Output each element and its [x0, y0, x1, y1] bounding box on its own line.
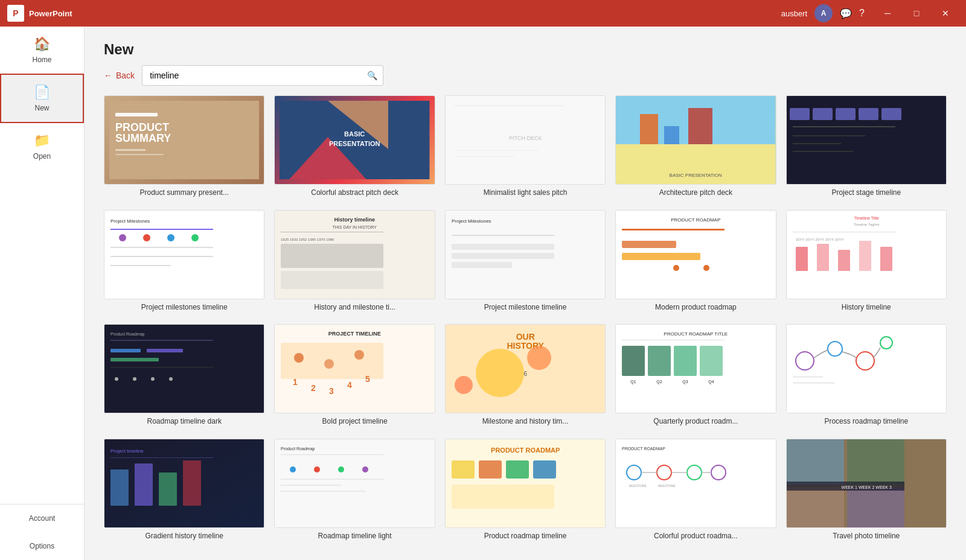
- back-arrow-icon: ←: [104, 71, 112, 80]
- search-container: 🔍: [142, 65, 383, 86]
- template-thumb-project-milestones: Project Milestones: [104, 210, 264, 299]
- template-card-travel-photo[interactable]: WEEK 1 WEEK 2 WEEK 3Travel photo timelin…: [786, 439, 947, 541]
- svg-rect-23: [790, 108, 810, 120]
- home-icon: 🏠: [34, 36, 50, 52]
- template-label-colorful-product-roadmap: Colorful product roadma...: [615, 532, 776, 541]
- template-card-gradient-history[interactable]: Project timelineGradient history timelin…: [104, 439, 264, 541]
- svg-rect-112: [787, 325, 946, 413]
- svg-rect-141: [533, 460, 556, 479]
- svg-rect-26: [859, 108, 878, 120]
- template-card-minimalist-light[interactable]: PITCH DECKMinimalist light sales pitch: [445, 95, 606, 198]
- svg-rect-45: [281, 232, 383, 232]
- minimize-button[interactable]: ─: [874, 0, 901, 27]
- template-label-project-milestones: Project milestones timeline: [104, 303, 264, 313]
- template-card-milestone-history[interactable]: OURHISTORY6Milestone and history tim...: [445, 324, 606, 427]
- template-card-project-stage[interactable]: Project stage timeline: [786, 95, 947, 198]
- svg-text:Project Milestones: Project Milestones: [452, 218, 491, 224]
- template-card-roadmap-dark[interactable]: Product RoadmapRoadmap timeline dark: [104, 324, 264, 427]
- open-icon: 📁: [34, 133, 50, 148]
- feedback-icon[interactable]: 💬: [840, 8, 852, 19]
- svg-text:5: 5: [365, 374, 370, 384]
- sidebar: 🏠 Home 📄 New 📁 Open Account Options: [0, 27, 85, 560]
- svg-rect-5: [115, 154, 164, 155]
- svg-point-38: [191, 234, 199, 241]
- close-button[interactable]: ✕: [932, 0, 959, 27]
- svg-rect-20: [688, 108, 712, 144]
- template-card-project-milestone-timeline[interactable]: Project MilestonesProject milestone time…: [445, 210, 606, 313]
- svg-text:4: 4: [347, 380, 352, 390]
- template-card-bold-project[interactable]: PROJECT TIMELINE12345Bold project timeli…: [274, 324, 435, 427]
- svg-text:OUR: OUR: [516, 332, 534, 342]
- search-input[interactable]: [142, 65, 383, 86]
- template-card-process-roadmap[interactable]: Process roadmap timeline: [786, 324, 947, 427]
- svg-text:PRODUCT: PRODUCT: [115, 121, 169, 133]
- sidebar-item-options[interactable]: Options: [0, 532, 84, 560]
- template-card-colorful-product-roadmap[interactable]: PRODUCT ROADMAPMILESTONEMILESTONEColorfu…: [615, 439, 776, 541]
- template-thumb-milestone-history: OURHISTORY6: [445, 324, 606, 413]
- svg-text:Q4: Q4: [709, 380, 714, 384]
- template-thumb-product-roadmap-timeline: PRODUCT ROADMAP: [445, 439, 606, 528]
- sidebar-item-home[interactable]: 🏠 Home: [0, 27, 84, 74]
- template-thumb-process-roadmap: [786, 324, 947, 413]
- svg-point-82: [169, 377, 173, 381]
- template-thumb-project-milestone-timeline: Project Milestones: [445, 210, 606, 299]
- template-card-architecture-pitch[interactable]: BASIC PRESENTATIONArchitecture pitch dec…: [615, 95, 776, 198]
- svg-rect-118: [793, 382, 835, 384]
- svg-rect-140: [506, 460, 529, 479]
- sidebar-item-open[interactable]: 📁 Open: [0, 123, 84, 170]
- svg-text:Product Roadmap: Product Roadmap: [110, 332, 145, 337]
- svg-rect-143: [616, 439, 775, 527]
- svg-text:PRODUCT ROADMAP TITLE: PRODUCT ROADMAP TITLE: [664, 331, 728, 337]
- svg-rect-122: [110, 469, 129, 506]
- maximize-button[interactable]: □: [903, 0, 930, 27]
- svg-rect-128: [281, 454, 383, 455]
- template-thumb-gradient-history: Project timeline: [104, 439, 264, 528]
- svg-rect-77: [110, 358, 159, 361]
- template-card-product-summary[interactable]: PRODUCTSUMMARYProduct summary present...: [104, 95, 264, 198]
- template-label-roadmap-light: Roadmap timeline light: [274, 532, 435, 541]
- sidebar-item-new[interactable]: 📄 New: [0, 74, 84, 123]
- svg-text:PROJECT TIMELINE: PROJECT TIMELINE: [328, 331, 381, 337]
- svg-text:Project Milestones: Project Milestones: [110, 218, 150, 224]
- template-card-history-milestone[interactable]: History timelineTHIS DAY IN HISTORY1925 …: [274, 210, 435, 313]
- template-card-modern-roadmap[interactable]: PRODUCT ROADMAPModern product roadmap: [615, 210, 776, 313]
- template-card-roadmap-light[interactable]: Product RoadmapRoadmap timeline light: [274, 439, 435, 541]
- svg-rect-107: [700, 346, 723, 376]
- template-label-architecture-pitch: Architecture pitch deck: [615, 188, 776, 198]
- template-label-colorful-abstract: Colorful abstract pitch deck: [274, 188, 435, 198]
- svg-text:PRODUCT ROADMAP: PRODUCT ROADMAP: [671, 217, 720, 223]
- avatar[interactable]: A: [814, 4, 833, 22]
- search-icon: 🔍: [367, 71, 377, 80]
- svg-rect-59: [622, 253, 700, 260]
- back-button[interactable]: ← Back: [104, 71, 135, 80]
- help-icon[interactable]: ?: [859, 8, 865, 19]
- search-row: ← Back 🔍: [85, 65, 966, 95]
- svg-rect-133: [281, 479, 383, 480]
- app-layout: 🏠 Home 📄 New 📁 Open Account Options New: [0, 27, 966, 560]
- template-card-colorful-abstract[interactable]: BASICPRESENTATIONColorful abstract pitch…: [274, 95, 435, 198]
- template-thumb-roadmap-dark: Product Roadmap: [104, 324, 264, 413]
- svg-rect-106: [674, 346, 697, 376]
- svg-text:20YY  20YY  20YY  20YY  20YY: 20YY 20YY 20YY 20YY 20YY: [796, 238, 844, 241]
- template-card-project-milestones[interactable]: Project MilestonesProject milestones tim…: [104, 210, 264, 313]
- title-bar: P PowerPoint ausbert A 💬 ? ─ □ ✕: [0, 0, 966, 27]
- svg-text:Timeline Title: Timeline Title: [854, 216, 878, 220]
- app-logo-icon: P: [7, 5, 24, 22]
- template-card-quarterly-roadmap[interactable]: PRODUCT ROADMAP TITLEQ1Q2Q3Q4Quarterly p…: [615, 324, 776, 427]
- sidebar-options-label: Options: [30, 542, 54, 550]
- template-thumb-minimalist-light: PITCH DECK: [445, 95, 606, 185]
- svg-text:6: 6: [523, 371, 527, 377]
- svg-rect-142: [452, 485, 554, 509]
- templates-scroll[interactable]: PRODUCTSUMMARYProduct summary present...…: [85, 95, 966, 560]
- svg-rect-41: [110, 265, 171, 266]
- window-controls: ─ □ ✕: [874, 0, 959, 27]
- svg-text:Q3: Q3: [683, 380, 688, 384]
- svg-point-99: [527, 346, 551, 370]
- template-thumb-bold-project: PROJECT TIMELINE12345: [274, 324, 435, 413]
- template-card-history-timeline[interactable]: Timeline TitleTimeline Tagline20YY 20YY …: [786, 210, 947, 313]
- sidebar-item-account[interactable]: Account: [0, 504, 84, 532]
- template-card-product-roadmap-timeline[interactable]: PRODUCT ROADMAPProduct roadmap timeline: [445, 439, 606, 541]
- template-label-process-roadmap: Process roadmap timeline: [786, 417, 947, 427]
- sidebar-bottom: Account Options: [0, 504, 84, 560]
- template-label-project-milestone-timeline: Project milestone timeline: [445, 303, 606, 313]
